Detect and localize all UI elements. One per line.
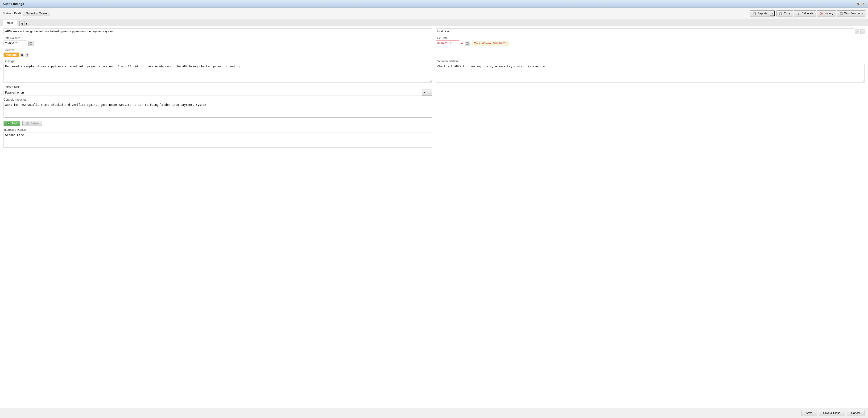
- controls-impacted-textarea[interactable]: ABNs for new suppliers are checked and v…: [3, 102, 432, 118]
- copy-button[interactable]: Copy: [776, 10, 793, 17]
- status-value: Draft: [14, 11, 21, 15]
- interested-parties-label: Interested Parties:: [3, 128, 432, 131]
- related-risk-label: Related Risk:: [3, 86, 432, 89]
- related-risk-clear-button[interactable]: ✕: [422, 90, 427, 96]
- original-value-text: 07/09/2018: [493, 42, 507, 45]
- history-label: History: [825, 12, 833, 15]
- interested-parties-right: [436, 128, 865, 149]
- window-title: Audit Findings: [3, 2, 24, 6]
- first-line-more-button[interactable]: ⋯: [860, 29, 865, 33]
- copy-label: Copy: [784, 12, 790, 15]
- finding-text-container: [3, 29, 432, 34]
- controls-impacted-label: Controls Impacted:: [3, 98, 432, 101]
- reports-label: Reports: [757, 12, 767, 15]
- first-line-expand-button[interactable]: ↗: [855, 29, 859, 33]
- delete-button[interactable]: − Delete: [22, 121, 42, 126]
- recommendation-textarea[interactable]: Check all ABNs for new suppliers, ensure…: [436, 64, 865, 83]
- audit-findings-window: Audit Findings ⧉ ✕ Status: Draft Submit …: [0, 0, 868, 418]
- date-raised-input[interactable]: [3, 40, 27, 46]
- history-icon: [819, 11, 823, 15]
- close-button[interactable]: ✕: [861, 2, 865, 6]
- due-date-calendar-button[interactable]: [465, 41, 470, 46]
- original-value-display: Original Value: 07/09/2018: [472, 41, 509, 46]
- calculate-icon: ∑: [797, 11, 800, 15]
- content-area: ↗ ⋯ Date Raised: Due Date: ●: [0, 26, 868, 408]
- severity-row: Severity: Medium ✕ ▼: [3, 49, 865, 57]
- submit-to-owner-button[interactable]: Submit to Owner: [23, 10, 50, 16]
- original-value-label: Original Value:: [474, 42, 492, 45]
- recommendation-col: Recommendation: Check all ABNs for new s…: [436, 60, 865, 83]
- due-date-input[interactable]: [436, 40, 459, 46]
- toolbar-right: Reports ▼ Copy ∑ Calculate Hist: [750, 10, 865, 17]
- toolbar: Status: Draft Submit to Owner Reports ▼: [0, 8, 868, 19]
- severity-clear-button[interactable]: ✕: [20, 53, 24, 57]
- tab-main-label: Main: [7, 21, 13, 25]
- interested-parties-col: Interested Parties: Second Line: [3, 128, 432, 149]
- findings-label: Findings:: [3, 60, 432, 63]
- cancel-label: Cancel: [851, 411, 860, 415]
- cancel-button[interactable]: Cancel: [847, 410, 865, 416]
- date-raised-label: Date Raised:: [3, 36, 432, 40]
- title-bar-controls: ⧉ ✕: [856, 2, 865, 6]
- due-date-row: ● Original Value: 07/09/2018: [436, 40, 865, 46]
- svg-text:∑: ∑: [798, 12, 799, 14]
- severity-label: Severity:: [3, 49, 432, 52]
- scroll-left-button[interactable]: ◀: [19, 21, 24, 26]
- add-delete-row: + Add − Delete: [3, 121, 865, 126]
- scroll-right-button[interactable]: ▶: [25, 21, 29, 26]
- severity-right-col: [436, 49, 865, 57]
- tabs-bar: Main ◀ ▶: [0, 19, 868, 26]
- status-label: Status:: [3, 11, 12, 15]
- add-label: Add: [11, 122, 17, 125]
- interested-parties-row: Interested Parties: Second Line: [3, 128, 865, 149]
- copy-icon: [779, 11, 783, 15]
- history-button[interactable]: History: [817, 10, 836, 17]
- save-and-close-button[interactable]: Save & Close: [819, 410, 845, 416]
- workflow-logs-label: Workflow Logs: [844, 12, 863, 15]
- severity-col: Severity: Medium ✕ ▼: [3, 49, 432, 57]
- save-label: Save: [806, 411, 812, 415]
- svg-rect-15: [466, 42, 468, 44]
- related-risk-row: Related Risk: ✕ ⋯: [3, 86, 865, 96]
- add-button[interactable]: + Add: [3, 121, 20, 126]
- svg-rect-9: [840, 12, 843, 14]
- svg-rect-5: [780, 12, 781, 15]
- findings-col: Findings: Reviewed a sample of new suppl…: [3, 60, 432, 83]
- severity-field: Medium ✕ ▼: [3, 53, 432, 57]
- related-risk-field: ✕ ⋯: [3, 90, 432, 96]
- interested-parties-textarea[interactable]: Second Line: [3, 132, 432, 148]
- tab-scroll-nav: ◀ ▶: [19, 21, 29, 26]
- related-risk-more-button[interactable]: ⋯: [427, 90, 432, 96]
- date-raised-field: [3, 40, 432, 46]
- add-circle-icon: +: [7, 122, 10, 125]
- title-bar: Audit Findings ⧉ ✕: [0, 0, 868, 8]
- severity-badge: Medium: [3, 53, 19, 57]
- restore-button[interactable]: ⧉: [856, 2, 860, 6]
- finding-text-input[interactable]: [3, 29, 432, 34]
- calculate-label: Calculate: [802, 12, 813, 15]
- save-and-close-label: Save & Close: [823, 411, 840, 415]
- first-line-input[interactable]: [436, 29, 854, 34]
- reports-dropdown-button[interactable]: ▼: [770, 10, 775, 16]
- workflow-logs-icon: [839, 11, 843, 15]
- severity-dropdown-button[interactable]: ▼: [25, 53, 29, 57]
- footer-bar: Save Save & Close Cancel: [0, 408, 868, 418]
- due-date-col: Due Date: ● Original Value: 07/09/2018: [436, 36, 865, 46]
- reports-icon: [752, 11, 756, 15]
- findings-recommendation-row: Findings: Reviewed a sample of new suppl…: [3, 60, 865, 83]
- save-button[interactable]: Save: [802, 410, 817, 416]
- findings-textarea[interactable]: Reviewed a sample of new suppliers enter…: [3, 64, 432, 83]
- tab-main[interactable]: Main: [3, 20, 17, 26]
- dates-row: Date Raised: Due Date: ● O: [3, 36, 865, 46]
- calculate-button[interactable]: ∑ Calculate: [794, 10, 816, 17]
- workflow-logs-button[interactable]: Workflow Logs: [837, 10, 865, 17]
- toolbar-left: Status: Draft Submit to Owner: [3, 10, 50, 16]
- controls-impacted-col: Controls Impacted: ABNs for new supplier…: [3, 98, 432, 118]
- related-risk-right: [436, 86, 865, 96]
- reports-button[interactable]: Reports: [750, 10, 770, 16]
- date-raised-calendar-button[interactable]: [28, 41, 33, 46]
- date-raised-col: Date Raised:: [3, 36, 432, 46]
- related-risk-col: Related Risk: ✕ ⋯: [3, 86, 432, 96]
- related-risk-input[interactable]: [3, 90, 422, 95]
- top-header-row: ↗ ⋯: [3, 29, 865, 34]
